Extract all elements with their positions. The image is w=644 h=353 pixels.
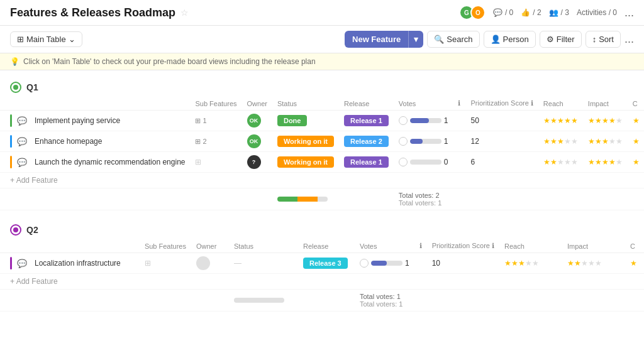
avatar-group: G O <box>459 5 486 20</box>
total-voters: Total voters: 1 <box>399 199 640 207</box>
add-feature-row[interactable]: + Add Feature <box>0 274 644 290</box>
search-button[interactable]: 🔍 Search <box>427 31 479 48</box>
like-icon: 👍 <box>521 8 530 17</box>
header-more-button[interactable]: ... <box>625 6 634 19</box>
vote-bar-fill <box>410 139 423 144</box>
col-owner-header: Owner <box>191 239 229 253</box>
table-wrap-q1: Sub Features Owner Status Release Votes … <box>0 97 644 210</box>
toolbar-left: ⊞ Main Table ⌄ <box>10 31 82 47</box>
vote-bar-wrap: 0 <box>399 158 448 166</box>
col-c-header: C <box>625 239 644 253</box>
summary-row: Total votes: 2 Total voters: 1 <box>0 188 644 210</box>
groups-container: Q1 Sub Features Owner Status Release Vot… <box>0 78 644 312</box>
star-icon[interactable]: ☆ <box>180 8 189 18</box>
col-status-header: Status <box>229 239 298 253</box>
table-switcher-button[interactable]: ⊞ Main Table ⌄ <box>10 31 82 47</box>
vote-bar-wrap: 1 <box>399 137 448 146</box>
row-c-cell: ★ <box>628 131 644 152</box>
col-impact-header: Impact <box>562 239 625 253</box>
vote-count: 1 <box>405 259 409 268</box>
stat-likes: 👍 / 2 <box>521 8 541 17</box>
row-votes-cell: 1 <box>355 253 414 274</box>
release-badge: Release 1 <box>344 115 389 126</box>
col-subfeatures-header: Sub Features <box>190 97 242 111</box>
chat-icon[interactable]: 💬 <box>17 137 27 146</box>
add-feature-cell[interactable]: + Add Feature <box>0 173 644 188</box>
group-dot-q2 <box>10 224 21 236</box>
summary-owner-cell <box>191 290 229 312</box>
col-votes-header: Votes <box>394 97 453 111</box>
vote-bar-fill <box>371 261 387 266</box>
row-name-cell: 💬 Localization infrastructure <box>0 253 140 274</box>
group-title-q1: Q1 <box>26 82 38 92</box>
col-subfeatures-header: Sub Features <box>140 239 191 253</box>
status-badge: Working on it <box>277 136 334 147</box>
chevron-down-icon: ⌄ <box>69 35 75 44</box>
person-button[interactable]: 👤 Person <box>484 31 536 48</box>
row-bar <box>10 135 12 148</box>
col-reach-header: Reach <box>499 239 562 253</box>
row-prio-cell: 10 <box>427 253 499 274</box>
circle-vote[interactable] <box>399 158 408 166</box>
filter-button[interactable]: ⚙ Filter <box>540 31 582 48</box>
row-border: 💬 Enhance homepage <box>10 135 185 148</box>
group-header-q2: Q2 <box>0 220 644 239</box>
row-prio-cell: 50 <box>465 111 538 131</box>
row-votes-cell: 1 <box>394 131 453 152</box>
row-reach-cell: ★★★★★ <box>499 253 562 274</box>
row-reach-cell: ★★★★★ <box>538 111 583 131</box>
total-votes: Total votes: 2 <box>399 192 640 199</box>
row-status-cell: Working on it <box>272 152 339 173</box>
circle-vote[interactable] <box>399 137 408 146</box>
reach-stars: ★★★★★ <box>543 116 578 125</box>
row-impact-cell: ★★★★★ <box>583 131 628 152</box>
owner-avatar: ? <box>247 155 261 169</box>
row-release-cell: Release 1 <box>339 111 394 131</box>
row-name-cell: 💬 Launch the dynamic recommendation engi… <box>0 152 190 173</box>
group-header-q1: Q1 <box>0 78 644 97</box>
search-icon: 🔍 <box>434 35 444 44</box>
summary-bar-gray <box>318 197 328 202</box>
row-prio-cell: 12 <box>465 131 538 152</box>
row-owner-cell <box>191 253 229 274</box>
col-name-header <box>0 97 190 111</box>
row-info-cell <box>414 253 427 274</box>
new-feature-button[interactable]: New Feature ▾ <box>345 31 423 48</box>
users-icon: 👥 <box>549 8 558 17</box>
release-badge: Release 3 <box>303 258 348 269</box>
circle-vote[interactable] <box>399 116 408 125</box>
row-owner-cell: ? <box>242 152 272 173</box>
vote-bar-bg <box>371 261 402 266</box>
row-owner-cell: OK <box>242 111 272 131</box>
vote-count: 1 <box>444 116 448 125</box>
row-name: Enhance homepage <box>35 137 102 146</box>
table-wrap-q2: Sub Features Owner Status Release Votes … <box>0 239 644 312</box>
add-feature-row[interactable]: + Add Feature <box>0 173 644 188</box>
chat-icon[interactable]: 💬 <box>17 116 27 126</box>
row-info-cell <box>453 152 465 173</box>
release-badge: Release 2 <box>344 136 389 147</box>
chat-icon[interactable]: 💬 <box>17 158 27 167</box>
col-info-header: ℹ <box>453 97 465 111</box>
toolbar-more-button[interactable]: ... <box>625 33 634 46</box>
chat-icon[interactable]: 💬 <box>17 259 27 268</box>
col-prio-header: Prioritization Score ℹ <box>427 239 499 253</box>
row-reach-cell: ★★★★★ <box>538 131 583 152</box>
sort-button[interactable]: ↕ Sort <box>586 31 621 48</box>
table-row: 💬 Implement paying service ⊞ 1 OK <box>0 111 644 131</box>
new-feature-arrow[interactable]: ▾ <box>408 31 423 48</box>
row-votes-cell: 1 <box>394 111 453 131</box>
impact-stars: ★★★★★ <box>588 158 623 166</box>
reach-stars: ★★★★★ <box>543 158 578 166</box>
row-info-cell <box>453 111 465 131</box>
circle-vote[interactable] <box>360 259 369 268</box>
star-c: ★ <box>633 116 640 125</box>
summary-totals-cell: Total votes: 1 Total voters: 1 <box>355 290 644 312</box>
col-c-header: C <box>628 97 644 111</box>
add-feature-cell[interactable]: + Add Feature <box>0 274 644 290</box>
impact-stars: ★★★★★ <box>588 137 623 146</box>
col-release-header: Release <box>339 97 394 111</box>
stat-comments: 💬 / 0 <box>493 8 513 17</box>
filter-icon: ⚙ <box>547 35 554 44</box>
hint-icon: 💡 <box>10 57 19 66</box>
